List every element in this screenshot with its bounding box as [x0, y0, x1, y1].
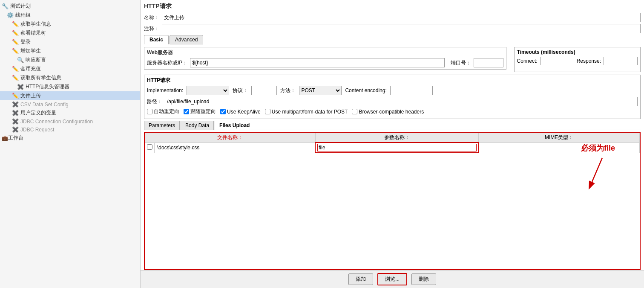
tree-label-login: 登录: [20, 38, 31, 46]
http-request-box: HTTP请求 Implementation: 协议： 方法： POST GET …: [144, 75, 641, 119]
tree-label-csv-config: CSV Data Set Config: [20, 102, 69, 108]
path-row: 路径：: [147, 97, 638, 106]
tree-icon-login: ✏️: [12, 39, 19, 45]
protocol-label: 协议：: [233, 87, 248, 94]
web-server-title: Web服务器: [147, 49, 503, 56]
tree-icon-get-students: ✏️: [12, 21, 19, 27]
browser-compat-checkbox[interactable]: Browser-compatible headers: [352, 109, 424, 115]
tree-label-jdbc-config: JDBC Connection Configuration: [20, 119, 93, 125]
workbench-label: 工作台: [8, 134, 23, 142]
sidebar-item-response-assert[interactable]: 🔍响应断言: [0, 55, 140, 64]
sidebar: 🔧测试计划⚙️线程组✏️获取学生信息✏️察看结果树✏️登录✏️增加学生🔍响应断言…: [0, 0, 141, 288]
bottom-bar: 添加 浏览... 删除: [141, 270, 644, 288]
sidebar-item-csv-config[interactable]: ✖️CSV Data Set Config: [0, 100, 140, 108]
sidebar-item-thread-group[interactable]: ⚙️线程组: [0, 11, 140, 20]
multipart-checkbox[interactable]: Use multipart/form-data for POST: [265, 109, 348, 115]
tree-icon-add-student: ✏️: [12, 48, 19, 54]
row-selector[interactable]: [145, 143, 155, 153]
protocol-input[interactable]: [251, 86, 277, 95]
sidebar-item-view-results[interactable]: ✏️察看结果树: [0, 29, 140, 38]
sidebar-item-file-upload[interactable]: ✏️文件上传: [0, 91, 140, 100]
checkbox-row: 自动重定向 跟随重定向 Use KeepAlive Use multipart/…: [147, 108, 638, 115]
follow-redirect-label: 跟随重定向: [190, 108, 216, 115]
comment-row: 注释：: [144, 24, 641, 33]
tab-parameters[interactable]: Parameters: [144, 121, 180, 130]
tree-icon-response-assert: 🔍: [17, 57, 24, 63]
port-input[interactable]: [474, 58, 503, 67]
timeout-row: Connect: Response:: [517, 57, 638, 65]
tab-files-upload[interactable]: Files Upload: [215, 121, 254, 130]
tree-icon-thread-group: ⚙️: [7, 12, 14, 18]
row-check[interactable]: [147, 144, 152, 150]
browse-button[interactable]: 浏览...: [377, 273, 407, 285]
sidebar-item-jdbc-config[interactable]: ✖️JDBC Connection Configuration: [0, 117, 140, 125]
auto-redirect-checkbox[interactable]: 自动重定向: [147, 108, 179, 115]
tree-label-add-student: 增加学生: [20, 47, 41, 55]
main-panel: HTTP请求 名称： 注释： Basic Advanced Web服务器 服务器…: [141, 0, 644, 288]
sidebar-item-get-students[interactable]: ✏️获取学生信息: [0, 20, 140, 29]
server-label: 服务器名称或IP：: [147, 59, 187, 67]
auto-redirect-label: 自动重定向: [154, 108, 179, 115]
name-row: 名称：: [144, 13, 641, 22]
sidebar-item-jdbc-request[interactable]: ✖️JDBC Request: [0, 125, 140, 134]
multipart-input[interactable]: [265, 109, 270, 114]
comment-input[interactable]: [162, 24, 641, 33]
keepalive-checkbox[interactable]: Use KeepAlive: [220, 109, 261, 115]
sidebar-item-add-student[interactable]: ✏️增加学生: [0, 47, 140, 55]
http-request-title: HTTP请求: [147, 77, 638, 84]
keepalive-label: Use KeepAlive: [227, 109, 261, 115]
path-input[interactable]: [165, 97, 638, 106]
method-label: 方法：: [280, 87, 296, 94]
connect-input[interactable]: [540, 57, 574, 65]
file-path-input[interactable]: [156, 144, 313, 151]
tree-icon-csv-config: ✖️: [12, 101, 19, 108]
tree-icon-jdbc-request: ✖️: [12, 126, 19, 133]
tree-label-get-students: 获取学生信息: [20, 20, 51, 28]
server-row: 服务器名称或IP： 端口号：: [147, 58, 503, 67]
server-input[interactable]: [190, 58, 444, 67]
name-label: 名称：: [144, 14, 159, 21]
sidebar-item-gold-value[interactable]: ✏️金币充值: [0, 64, 140, 73]
sidebar-item-test-plan[interactable]: 🔧测试计划: [0, 2, 140, 11]
auto-redirect-input[interactable]: [147, 109, 152, 114]
filename-header: 文件名称：: [145, 133, 316, 143]
sidebar-item-login[interactable]: ✏️登录: [0, 38, 140, 47]
tree-label-gold-value: 金币充值: [20, 65, 41, 73]
keepalive-input[interactable]: [220, 109, 226, 114]
browser-compat-label: Browser-compatible headers: [359, 109, 424, 115]
tree-label-thread-group: 线程组: [15, 12, 31, 19]
add-button[interactable]: 添加: [348, 273, 373, 285]
follow-redirect-input[interactable]: [184, 109, 189, 114]
panel-title: HTTP请求: [144, 3, 641, 10]
sidebar-item-get-all-students[interactable]: ✏️获取所有学生信息: [0, 73, 140, 82]
file-path-cell: [155, 143, 316, 153]
tree-icon-user-vars: ✖️: [12, 110, 19, 116]
param-name-cell: [315, 143, 479, 153]
tab-body-data[interactable]: Body Data: [181, 121, 214, 130]
encoding-input[interactable]: [390, 86, 433, 95]
follow-redirect-checkbox[interactable]: 跟随重定向: [184, 108, 216, 115]
method-select[interactable]: POST GET PUT DELETE: [299, 86, 342, 95]
impl-select[interactable]: [187, 86, 229, 95]
tree-label-user-vars: 用户定义的变量: [20, 109, 56, 116]
tree-icon-gold-value: ✏️: [12, 66, 19, 72]
name-input[interactable]: [162, 13, 641, 22]
sidebar-item-http-header[interactable]: ✖️HTTP信息头管理器: [0, 82, 140, 91]
tree-icon-view-results: ✏️: [12, 30, 19, 36]
timeouts-box: Timeouts (milliseconds) Connect: Respons…: [514, 47, 641, 72]
response-input[interactable]: [604, 57, 638, 65]
tab-advanced[interactable]: Advanced: [170, 35, 203, 44]
browser-compat-input[interactable]: [352, 109, 357, 114]
tab-basic[interactable]: Basic: [144, 35, 169, 44]
impl-row: Implementation: 协议： 方法： POST GET PUT DEL…: [147, 86, 638, 95]
param-name-input[interactable]: [317, 144, 477, 151]
inner-tab-bar: Parameters Body Data Files Upload: [144, 121, 641, 130]
tree-icon-test-plan: 🔧: [2, 3, 9, 9]
delete-button[interactable]: 删除: [411, 273, 436, 285]
sidebar-item-user-vars[interactable]: ✖️用户定义的变量: [0, 108, 140, 117]
sidebar-item-workbench[interactable]: 💼 工作台: [0, 134, 140, 143]
mimetype-header: MIME类型：: [479, 133, 640, 143]
encoding-label: Content encoding:: [345, 87, 386, 93]
tree-label-get-all-students: 获取所有学生信息: [20, 74, 61, 81]
tree-label-view-results: 察看结果树: [20, 29, 46, 37]
